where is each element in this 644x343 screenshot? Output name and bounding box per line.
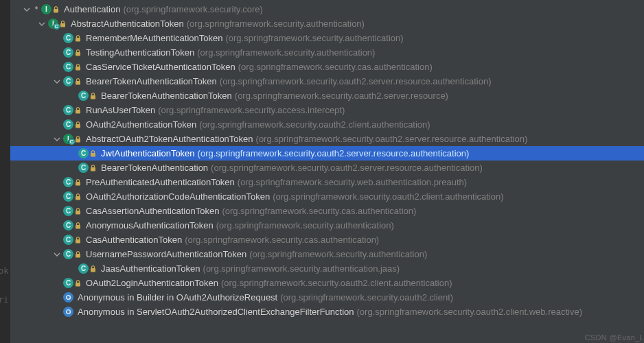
tree-row[interactable]: CRememberMeAuthenticationToken(org.sprin… <box>0 31 644 45</box>
chevron-placeholder <box>67 163 77 173</box>
svg-rect-1 <box>60 23 65 27</box>
class-name: BearerTokenAuthenticationToken <box>86 76 217 86</box>
tree-row[interactable]: CBearerTokenAuthentication(org.springfra… <box>0 161 644 175</box>
package-name: (org.springframework.security.oauth2.cli… <box>273 191 503 202</box>
class-name: RememberMeAuthenticationToken <box>86 33 222 43</box>
tree-row[interactable]: CUsernamePasswordAuthenticationToken(org… <box>0 247 644 261</box>
gutter: ok ri <box>0 0 10 343</box>
tree-row[interactable]: CRunAsUserToken(org.springframework.secu… <box>0 103 644 117</box>
type-icon-group: C <box>63 177 82 188</box>
package-name: (org.springframework.security.oauth2.ser… <box>211 163 483 173</box>
class-icon: C <box>63 33 73 43</box>
lock-icon <box>75 208 82 215</box>
package-name: (org.springframework.security.oauth2.cli… <box>357 307 583 317</box>
svg-point-21 <box>67 310 71 314</box>
tree-row[interactable]: COAuth2AuthenticationToken(org.springfra… <box>0 117 644 132</box>
chevron-placeholder <box>52 221 62 230</box>
type-icon-group: C <box>63 33 82 44</box>
type-icon-group <box>63 292 73 303</box>
package-name: (org.springframework.security.oauth2.cli… <box>221 278 452 288</box>
svg-rect-0 <box>54 9 58 13</box>
chevron-down-icon[interactable] <box>52 250 62 259</box>
class-icon: C <box>63 206 73 216</box>
class-hierarchy-tree[interactable]: *IAuthentication(org.springframework.sec… <box>0 0 644 319</box>
class-name: UsernamePasswordAuthenticationToken <box>86 249 246 259</box>
lock-icon <box>75 107 82 114</box>
package-name: (org.springframework.security.cas.authen… <box>238 62 433 72</box>
package-name: (org.springframework.security.authentica… <box>203 263 400 274</box>
tree-row[interactable]: CJwtAuthenticationToken(org.springframew… <box>0 146 644 161</box>
svg-rect-19 <box>76 283 80 287</box>
class-name: Anonymous in ServletOAuth2AuthorizedClie… <box>78 307 354 317</box>
tree-row[interactable]: CTestingAuthenticationToken(org.springfr… <box>0 45 644 60</box>
type-icon-group: C <box>63 206 82 217</box>
tree-row[interactable]: ICAbstractOAuth2TokenAuthenticationToken… <box>0 132 644 146</box>
chevron-placeholder <box>52 206 62 216</box>
chevron-placeholder <box>52 307 62 317</box>
tree-row[interactable]: CBearerTokenAuthenticationToken(org.spri… <box>0 88 644 103</box>
class-icon: C <box>63 62 73 72</box>
chevron-placeholder <box>52 62 62 72</box>
lock-icon <box>90 265 97 272</box>
tree-row[interactable]: CPreAuthenticatedAuthenticationToken(org… <box>0 175 644 189</box>
class-icon: C <box>63 119 73 130</box>
tree-row[interactable]: ICAbstractAuthenticationToken(org.spring… <box>0 16 644 31</box>
lock-icon <box>75 121 82 128</box>
type-icon-group: C <box>78 148 97 159</box>
class-name: AnonymousAuthenticationToken <box>86 220 214 230</box>
class-name: BearerTokenAuthentication <box>101 163 208 173</box>
class-name: CasServiceTicketAuthenticationToken <box>86 62 235 72</box>
class-name: JaasAuthenticationToken <box>101 263 200 274</box>
tree-row[interactable]: *IAuthentication(org.springframework.sec… <box>0 2 644 16</box>
class-name: AbstractOAuth2TokenAuthenticationToken <box>86 134 253 144</box>
tree-row[interactable]: CBearerTokenAuthenticationToken(org.spri… <box>0 74 644 88</box>
lock-icon <box>53 6 60 13</box>
tree-row[interactable]: CCasServiceTicketAuthenticationToken(org… <box>0 60 644 74</box>
tree-row[interactable]: CAnonymousAuthenticationToken(org.spring… <box>0 218 644 233</box>
svg-rect-2 <box>76 38 80 42</box>
class-icon: C <box>78 263 89 274</box>
chevron-down-icon[interactable] <box>37 19 47 29</box>
svg-rect-10 <box>91 153 95 157</box>
tree-row[interactable]: Anonymous in ServletOAuth2AuthorizedClie… <box>0 305 644 319</box>
package-name: (org.springframework.security.oauth2.cli… <box>280 292 453 303</box>
svg-rect-8 <box>76 124 80 128</box>
lock-icon <box>75 237 82 244</box>
type-icon-group: C <box>78 163 97 174</box>
type-icon-group: C <box>63 191 82 202</box>
class-icon: C <box>63 278 73 288</box>
lock-icon <box>90 93 97 99</box>
lock-icon <box>75 136 82 143</box>
lock-icon <box>60 21 67 27</box>
svg-rect-9 <box>76 139 80 143</box>
tree-row[interactable]: COAuth2AuthorizationCodeAuthenticationTo… <box>0 189 644 204</box>
package-name: (org.springframework.security.oauth2.ser… <box>235 91 448 101</box>
lock-icon <box>75 35 82 42</box>
tree-row[interactable]: Anonymous in Builder in OAuth2AuthorizeR… <box>0 290 644 305</box>
class-name: CasAssertionAuthenticationToken <box>86 206 219 216</box>
class-name: Anonymous in Builder in OAuth2AuthorizeR… <box>78 292 277 303</box>
package-name: (org.springframework.security.authentica… <box>249 249 427 259</box>
svg-rect-17 <box>76 254 80 258</box>
svg-rect-14 <box>76 211 80 215</box>
chevron-down-icon[interactable] <box>52 77 62 86</box>
class-name: AbstractAuthenticationToken <box>71 19 184 29</box>
tree-row[interactable]: CCasAuthenticationToken(org.springframew… <box>0 233 644 247</box>
svg-rect-6 <box>91 95 95 99</box>
type-icon-group: C <box>63 249 82 260</box>
type-icon-group: C <box>63 220 82 231</box>
svg-rect-12 <box>76 182 80 186</box>
chevron-down-icon[interactable] <box>22 5 32 14</box>
class-name: OAuth2LoginAuthenticationToken <box>86 278 218 288</box>
class-icon: C <box>63 191 73 202</box>
package-name: (org.springframework.security.authentica… <box>197 47 375 58</box>
tree-row[interactable]: CCasAssertionAuthenticationToken(org.spr… <box>0 204 644 218</box>
package-name: (org.springframework.security.oauth2.ser… <box>256 134 528 144</box>
chevron-down-icon[interactable] <box>52 134 62 144</box>
tree-row[interactable]: CJaasAuthenticationToken(org.springframe… <box>0 261 644 276</box>
class-icon: C <box>78 91 89 101</box>
tree-row[interactable]: COAuth2LoginAuthenticationToken(org.spri… <box>0 276 644 290</box>
chevron-placeholder <box>52 178 62 187</box>
package-name: (org.springframework.security.cas.authen… <box>222 206 416 216</box>
chevron-placeholder <box>52 120 62 130</box>
